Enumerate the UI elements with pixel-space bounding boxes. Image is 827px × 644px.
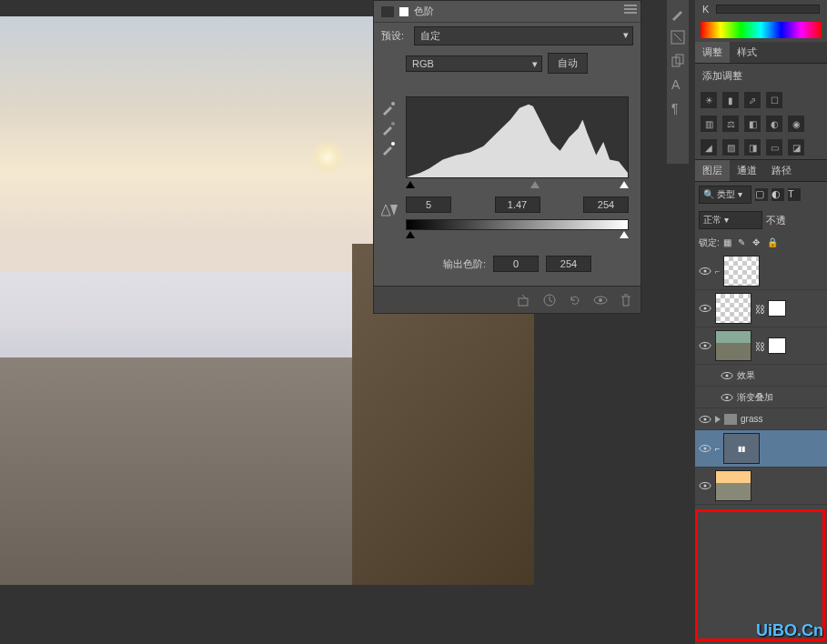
layer-item[interactable] bbox=[695, 468, 827, 505]
delete-icon[interactable] bbox=[619, 293, 633, 307]
input-black-handle[interactable] bbox=[406, 181, 415, 188]
view-previous-icon[interactable] bbox=[542, 293, 557, 307]
adjustment-icons-row3: ◢ ▨ ◨ ▭ ◪ bbox=[695, 136, 827, 159]
layer-thumbnail[interactable] bbox=[715, 293, 751, 324]
lock-all-icon[interactable]: 🔒 bbox=[767, 237, 778, 248]
blend-mode-select[interactable]: 正常 ▾ bbox=[699, 211, 762, 229]
channel-select[interactable]: RGB bbox=[406, 55, 542, 72]
layer-filter-row: 🔍 类型 ▾ ▢ ◐ T bbox=[695, 182, 827, 207]
visibility-toggle-icon[interactable] bbox=[721, 369, 733, 382]
input-white-field[interactable] bbox=[583, 196, 629, 213]
exposure-icon[interactable]: ☐ bbox=[766, 92, 782, 108]
input-black-field[interactable] bbox=[406, 196, 451, 213]
tab-channels[interactable]: 通道 bbox=[730, 160, 764, 181]
layer-group-grass[interactable]: grass bbox=[695, 408, 827, 430]
eyedropper-white-icon[interactable] bbox=[381, 141, 396, 156]
expand-toggle-icon[interactable] bbox=[715, 416, 721, 423]
levels-layer-thumbnail[interactable]: ▮▮ bbox=[723, 433, 760, 464]
clone-source-icon[interactable] bbox=[670, 53, 686, 69]
tab-adjustments[interactable]: 调整 bbox=[695, 42, 730, 63]
layer-thumbnail[interactable] bbox=[715, 330, 751, 361]
grass-group-label[interactable]: grass bbox=[741, 414, 762, 424]
filter-image-icon[interactable]: ▢ bbox=[755, 188, 768, 201]
hue-icon[interactable]: ⚖ bbox=[722, 116, 739, 132]
eyedropper-gray-icon[interactable] bbox=[381, 121, 396, 136]
lock-pixels-icon[interactable]: ✎ bbox=[738, 237, 749, 248]
layer-thumbnail[interactable] bbox=[715, 470, 751, 501]
curves-icon[interactable]: ⬀ bbox=[744, 92, 761, 108]
input-white-handle[interactable] bbox=[620, 181, 629, 188]
visibility-toggle-icon[interactable] bbox=[699, 265, 711, 277]
levels-title: 色阶 bbox=[414, 5, 434, 18]
tab-styles[interactable]: 样式 bbox=[730, 42, 764, 63]
filter-adjust-icon[interactable]: ◐ bbox=[772, 188, 784, 201]
layer-item[interactable]: ⌐ bbox=[695, 253, 827, 290]
layers-list: ⌐ ⛓ ⛓ 效果 渐变叠加 bbox=[695, 253, 827, 505]
lock-position-icon[interactable]: ✥ bbox=[752, 237, 763, 248]
watermark: UiBO.Cn bbox=[756, 621, 823, 640]
color-spectrum[interactable] bbox=[701, 22, 822, 38]
visibility-toggle-icon[interactable] bbox=[699, 339, 711, 352]
output-handles bbox=[406, 231, 629, 240]
layer-item[interactable]: ⛓ bbox=[695, 290, 827, 327]
clip-to-layer-icon[interactable] bbox=[517, 293, 531, 307]
auto-button[interactable]: 自动 bbox=[548, 53, 588, 74]
threshold-icon[interactable]: ◨ bbox=[744, 139, 761, 156]
output-white-handle[interactable] bbox=[620, 231, 629, 238]
photo-filter-icon[interactable]: ◉ bbox=[788, 116, 804, 132]
panel-menu-icon[interactable] bbox=[624, 5, 637, 14]
layer-thumbnail[interactable] bbox=[723, 256, 760, 287]
output-row: 输出色阶: bbox=[406, 256, 629, 272]
gradient-overlay-label: 渐变叠加 bbox=[737, 391, 773, 404]
filter-type-select[interactable]: 🔍 类型 ▾ bbox=[699, 186, 751, 204]
layer-mask-thumbnail[interactable] bbox=[768, 337, 786, 354]
visibility-toggle-icon[interactable] bbox=[699, 413, 711, 426]
bw-icon[interactable]: ◐ bbox=[766, 116, 782, 132]
visibility-icon[interactable] bbox=[593, 293, 608, 307]
output-white-field[interactable] bbox=[546, 256, 591, 272]
layer-item[interactable]: ⛓ bbox=[695, 327, 827, 365]
gradient-overlay-row[interactable]: 渐变叠加 bbox=[695, 387, 827, 408]
brightness-icon[interactable]: ☀ bbox=[701, 92, 717, 108]
posterize-icon[interactable]: ▨ bbox=[722, 139, 739, 156]
filter-type-icon[interactable]: T bbox=[788, 188, 801, 201]
preset-select[interactable]: 自定 bbox=[414, 26, 633, 45]
layer-item-selected[interactable]: ⌐ ▮▮ bbox=[695, 430, 827, 468]
invert-icon[interactable]: ◢ bbox=[701, 139, 717, 156]
visibility-toggle-icon[interactable] bbox=[721, 391, 733, 404]
svg-point-17 bbox=[704, 345, 707, 347]
visibility-toggle-icon[interactable] bbox=[699, 302, 711, 315]
eyedroppers bbox=[381, 101, 396, 156]
paragraph-icon[interactable]: ¶ bbox=[670, 100, 686, 116]
levels-adj-icon[interactable]: ▮ bbox=[722, 92, 739, 108]
effects-row[interactable]: 效果 bbox=[695, 365, 827, 387]
output-black-field[interactable] bbox=[493, 256, 539, 272]
visibility-toggle-icon[interactable] bbox=[699, 479, 711, 492]
brush-settings-icon[interactable] bbox=[670, 29, 686, 45]
link-icon[interactable]: ⛓ bbox=[755, 341, 764, 350]
input-gamma-field[interactable] bbox=[495, 196, 540, 213]
input-gamma-handle[interactable] bbox=[530, 181, 540, 188]
svg-point-1 bbox=[391, 122, 395, 126]
lock-transparent-icon[interactable]: ▦ bbox=[723, 237, 734, 248]
color-balance-icon[interactable]: ◧ bbox=[744, 116, 761, 132]
vibrance-icon[interactable]: ▥ bbox=[701, 116, 717, 132]
eyedropper-black-icon[interactable] bbox=[381, 101, 396, 116]
reset-icon[interactable] bbox=[568, 293, 582, 307]
visibility-toggle-icon[interactable] bbox=[699, 442, 711, 455]
right-panels: K 调整 样式 添加调整 ☀ ▮ ⬀ ☐ ▥ ⚖ ◧ ◐ ◉ ◢ ▨ ◨ ▭ ◪… bbox=[695, 0, 827, 644]
output-black-handle[interactable] bbox=[406, 231, 415, 238]
tab-layers[interactable]: 图层 bbox=[695, 160, 730, 181]
adjustment-icons-row1: ☀ ▮ ⬀ ☐ bbox=[695, 88, 827, 112]
selective-color-icon[interactable]: ◪ bbox=[788, 139, 804, 156]
output-label: 输出色阶: bbox=[443, 257, 486, 271]
link-icon[interactable]: ⛓ bbox=[755, 304, 764, 313]
gradient-map-icon[interactable]: ▭ bbox=[766, 139, 782, 156]
channel-row: RGB 自动 bbox=[374, 49, 640, 77]
brush-tool-icon[interactable] bbox=[670, 5, 686, 22]
k-slider[interactable] bbox=[716, 5, 820, 14]
svg-point-15 bbox=[704, 307, 707, 310]
tab-paths[interactable]: 路径 bbox=[764, 160, 799, 181]
layer-mask-thumbnail[interactable] bbox=[768, 300, 786, 317]
character-icon[interactable]: A bbox=[670, 76, 686, 93]
